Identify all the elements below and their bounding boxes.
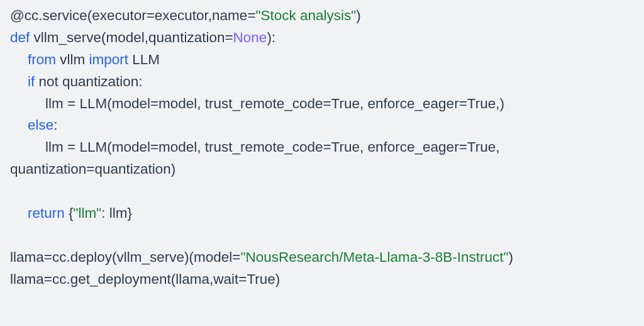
string-literal: "NousResearch/Meta-Llama-3-8B-Instruct" xyxy=(240,249,508,265)
code-line-12: llama=cc.deploy(vllm_serve)(model="NousR… xyxy=(10,247,634,269)
code-line-10: return {"llm": llm} xyxy=(10,203,634,225)
keyword-else: else xyxy=(28,117,53,133)
keyword-if: if xyxy=(28,74,35,89)
code-token: vllm xyxy=(56,52,89,67)
code-token: quantization=quantization) xyxy=(10,161,175,177)
code-line-8: quantization=quantization) xyxy=(10,159,634,181)
code-token: : llm} xyxy=(101,205,132,221)
keyword-import: import xyxy=(89,52,129,67)
code-token: @cc.service(executor=executor,name= xyxy=(10,8,256,23)
code-token: vllm_serve(model,quantization= xyxy=(30,30,233,45)
keyword-from: from xyxy=(28,52,56,67)
code-line-1: @cc.service(executor=executor,name="Stoc… xyxy=(10,5,634,27)
keyword-def: def xyxy=(10,30,30,45)
code-line-4: if not quantization: xyxy=(10,71,634,93)
code-line-7: llm = LLM(model=model, trust_remote_code… xyxy=(10,137,634,159)
code-token: : xyxy=(53,117,57,133)
code-token: ): xyxy=(267,30,275,45)
code-line-3: from vllm import LLM xyxy=(10,49,634,71)
string-literal: "llm" xyxy=(74,205,102,221)
code-token: not quantization: xyxy=(35,74,142,89)
code-token: llm = LLM(model=model, trust_remote_code… xyxy=(45,139,499,155)
code-block: @cc.service(executor=executor,name="Stoc… xyxy=(0,0,644,326)
code-token: llama=cc.deploy(vllm_serve)(model= xyxy=(10,249,240,265)
code-line-6: else: xyxy=(10,115,634,137)
code-line-5: llm = LLM(model=model, trust_remote_code… xyxy=(10,93,634,115)
code-line-13: llama=cc.get_deployment(llama,wait=True) xyxy=(10,269,634,291)
code-token: llm = LLM(model=model, trust_remote_code… xyxy=(45,96,504,111)
none-literal: None xyxy=(233,30,267,45)
code-blank-line xyxy=(10,225,634,247)
code-token: LLM xyxy=(128,52,160,67)
keyword-return: return xyxy=(28,205,65,221)
string-literal: "Stock analysis" xyxy=(256,8,357,23)
code-token: { xyxy=(65,205,74,221)
code-token: ) xyxy=(509,249,514,265)
code-blank-line xyxy=(10,181,634,203)
code-token: llama=cc.get_deployment(llama,wait=True) xyxy=(10,271,280,287)
code-token: ) xyxy=(356,8,361,23)
code-line-2: def vllm_serve(model,quantization=None): xyxy=(10,27,634,49)
